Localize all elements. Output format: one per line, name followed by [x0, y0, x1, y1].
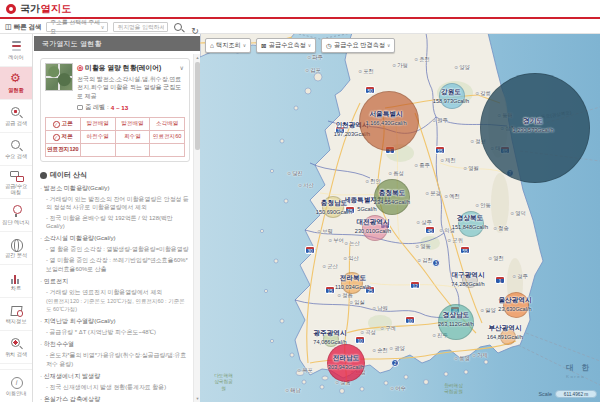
zoom-level-icon: [77, 105, 83, 110]
sidebar-item-label: 위치 검색: [5, 352, 27, 358]
filter-group-cell[interactable]: ✓고온: [46, 118, 81, 131]
region-name-label: 전라남도: [333, 354, 359, 363]
scroll-down-icon[interactable]: ▼: [194, 395, 201, 402]
radius-icon: ◷: [326, 42, 332, 50]
sidebar-item-guide[interactable]: 이용안내: [0, 369, 32, 402]
chevron-down-icon: ∨: [308, 43, 311, 48]
filter-group-label: 연료전지120: [47, 146, 79, 152]
region-name-label: 대전광역시: [357, 218, 390, 227]
formula-line: 발전소 미활용량(Gcal/y): [40, 184, 190, 193]
filter-group-cell[interactable]: 연료전지120: [46, 144, 81, 157]
city-label: 충주: [414, 162, 429, 169]
region-name-label: 경상남도: [443, 311, 469, 320]
layer-card[interactable]: ◎ 미활용 열량 현황(레이어) 전국의 발전소,소각시설,댐,취수장,연료전지…: [40, 58, 190, 162]
city-label: 상주: [416, 219, 431, 226]
scroll-up-icon[interactable]: ▲: [194, 54, 201, 61]
sidebar-item-district-energy[interactable]: 집단 에너지: [0, 199, 32, 232]
sidebar-item-label: 공급 검색: [5, 121, 27, 127]
city-label: 군위: [447, 237, 462, 244]
supply-demand-radius-button[interactable]: ◷공급수요 반경측정∨: [321, 38, 395, 53]
region-value-label: 1,230,573Gcal/h: [512, 127, 553, 133]
search-button[interactable]: [173, 22, 184, 33]
region-value-label: 150,690Gcal/h: [316, 209, 352, 215]
region-name-label: 충청남도: [321, 199, 347, 208]
filter-group-label: 저온: [62, 133, 73, 139]
city-label: 당진: [287, 170, 302, 177]
layer-target-icon: ◎: [77, 64, 83, 72]
sidebar-item-label: 수요 검색: [5, 154, 27, 160]
region-name-label: 경기도: [523, 117, 543, 126]
heat-status-panel: 국가열지도 열현황 ◎ 미활용 열량 현황(레이어) 전국의 발전소,소각시설,…: [34, 34, 200, 402]
filter-option-cell: [115, 144, 150, 157]
city-label: 제천: [440, 157, 455, 164]
road-shield: 55: [435, 146, 445, 154]
filter-option-cell[interactable]: 회수열: [115, 131, 150, 144]
table-row: ✓저온하천수열회수열연료전지60: [46, 131, 185, 144]
land-lookup-button[interactable]: ⌂택지조회∨: [205, 38, 251, 53]
city-label: 서산: [298, 182, 313, 189]
region-name-label: 전라북도: [340, 274, 366, 283]
address-select[interactable]: 주소를 선택해 주세요 ∨: [46, 22, 108, 32]
region-name-label: 강원도: [441, 88, 461, 97]
park-label-dadohae: 다도해해상국립공원: [212, 373, 235, 392]
formula-line: (연료전지120 : 기준온도 120℃가정, 연료전지60 : 기준온도 60…: [46, 298, 190, 314]
sidebar-item-supply-demand-match[interactable]: 공급/수요 매칭: [0, 166, 32, 199]
city-label: 영천: [488, 255, 503, 262]
road-shield: 3: [432, 259, 440, 267]
filter-group-cell[interactable]: ✓저온: [46, 131, 81, 144]
quick-search-button[interactable]: ◫ 빠른 검색: [5, 23, 41, 32]
city-label: 부여: [328, 237, 343, 244]
city-label: 강릉: [475, 90, 490, 97]
location-search-input[interactable]: [113, 22, 168, 32]
address-select-value: 주소를 선택해 주세요: [50, 18, 100, 36]
map-scale: Scale 611.4962 m: [539, 390, 598, 398]
sidebar-item-land-info[interactable]: 택지정보: [0, 298, 32, 331]
quick-search-label: 빠른 검색: [14, 23, 42, 32]
city-label: 임실: [349, 299, 364, 306]
refresh-button[interactable]: ↻: [189, 22, 200, 33]
refresh-icon: ↻: [191, 26, 199, 36]
sidebar-item-label: 공급/수요 매칭: [5, 184, 27, 195]
city-label: 해남: [285, 387, 300, 394]
city-label: 구례: [380, 325, 395, 332]
filter-option-cell[interactable]: 소각배열: [150, 118, 185, 131]
filter-option-cell[interactable]: 연료전지60: [150, 131, 185, 144]
city-label: 영동: [415, 243, 430, 250]
region-value-label: 158,973Gcal/h: [433, 98, 469, 104]
filter-option-cell[interactable]: 하천수열: [80, 131, 115, 144]
filter-option-cell[interactable]: 발전배열: [115, 118, 150, 131]
formula-list: 발전소 미활용량(Gcal/y)- 거래량이 있는 발전소의 잔여 미활용열량은…: [40, 184, 190, 402]
app-title: 국가열지도: [20, 2, 72, 16]
region-name-label: 부산광역시: [489, 324, 522, 333]
sidebar-item-heat-status[interactable]: 열현황: [0, 67, 32, 100]
road-shield: 15: [325, 286, 335, 294]
sidebar-item-location-search[interactable]: 위치 검색: [0, 331, 32, 364]
sidebar-item-layers[interactable]: 레이어: [0, 34, 32, 67]
panel-scrollbar[interactable]: ▲ ▼: [193, 54, 200, 402]
app-logo-icon: [6, 4, 16, 14]
sidebar-item-demand-search[interactable]: 수요 검색: [0, 133, 32, 166]
map-canvas[interactable]: 파주김포포천가평춘천양양강릉동해삼척태백정선영월원주제천충주당진서산천안음성보령…: [200, 33, 600, 402]
sidebar-item-spatial-analysis[interactable]: 공간 분석: [0, 232, 32, 265]
sidebar-item-supply-search[interactable]: 공급 검색: [0, 100, 32, 133]
formula-line: - 거래량 있는 연료전지 미활용열량에서 제외: [46, 288, 190, 297]
city-label: 익산: [343, 255, 358, 262]
city-label: 안동: [475, 202, 490, 209]
sidebar-item-chart[interactable]: 차트: [0, 265, 32, 298]
formula-line: - 열 미활용 중인 소각장 : 쓰레기반입량*연소효율60%*보일러효율60%…: [46, 256, 190, 273]
scrollbar-thumb[interactable]: [195, 62, 200, 150]
map-doc-icon: [9, 303, 24, 318]
chevron-down-icon: ∨: [101, 24, 105, 30]
region-value-label: 151,848Gcal/h: [452, 224, 488, 230]
city-label: 군산: [322, 263, 337, 270]
city-label: 김포: [305, 67, 320, 74]
city-label: 목포: [297, 367, 312, 374]
filter-option-cell[interactable]: 발전배열: [80, 118, 115, 131]
chevron-down-icon[interactable]: ∨: [180, 64, 184, 71]
city-label: 영월: [463, 165, 478, 172]
supply-demand-measure-button[interactable]: ⊠공급수요측정∨: [256, 38, 316, 53]
city-label: 가평: [392, 62, 407, 69]
filter-option-cell: [80, 144, 115, 157]
toolbar: ◫ 빠른 검색 주소를 선택해 주세요 ∨ ↻: [0, 21, 600, 34]
city-label: 밀양: [480, 307, 495, 314]
